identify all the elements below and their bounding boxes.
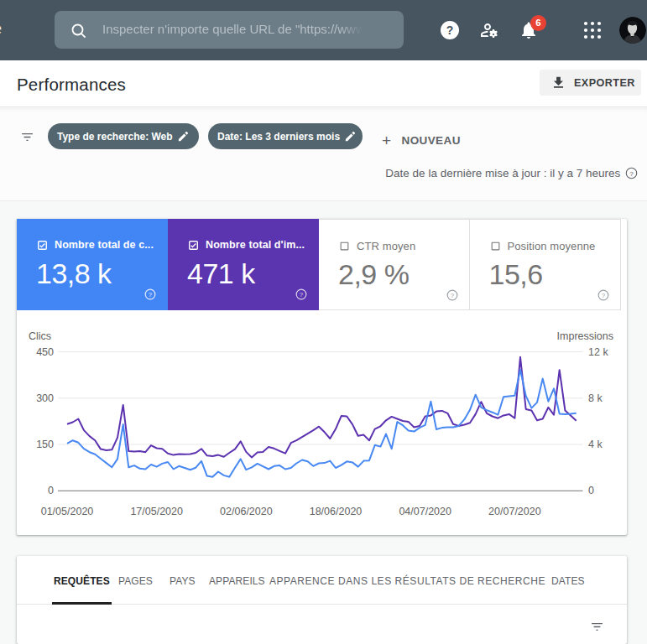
svg-text:?: ? [446,23,454,37]
svg-text:?: ? [300,291,304,299]
svg-text:0: 0 [48,485,54,496]
svg-text:Impressions: Impressions [557,330,613,342]
svg-text:20/07/2020: 20/07/2020 [488,506,541,517]
svg-text:450: 450 [36,346,54,358]
svg-text:4 k: 4 k [588,439,603,450]
svg-text:Clics: Clics [29,330,51,342]
svg-text:?: ? [149,291,153,299]
svg-text:17/05/2020: 17/05/2020 [130,506,183,517]
svg-text:02/06/2020: 02/06/2020 [220,506,273,517]
svg-text:18/06/2020: 18/06/2020 [310,506,363,517]
svg-text:?: ? [601,292,605,299]
svg-text:?: ? [451,292,455,299]
svg-text:12 k: 12 k [588,346,608,358]
svg-text:?: ? [629,170,634,178]
svg-text:8 k: 8 k [588,392,603,404]
svg-text:0: 0 [588,485,594,496]
svg-text:300: 300 [36,392,54,404]
svg-text:150: 150 [36,439,54,450]
svg-text:01/05/2020: 01/05/2020 [41,506,94,517]
svg-text:04/07/2020: 04/07/2020 [399,506,451,517]
